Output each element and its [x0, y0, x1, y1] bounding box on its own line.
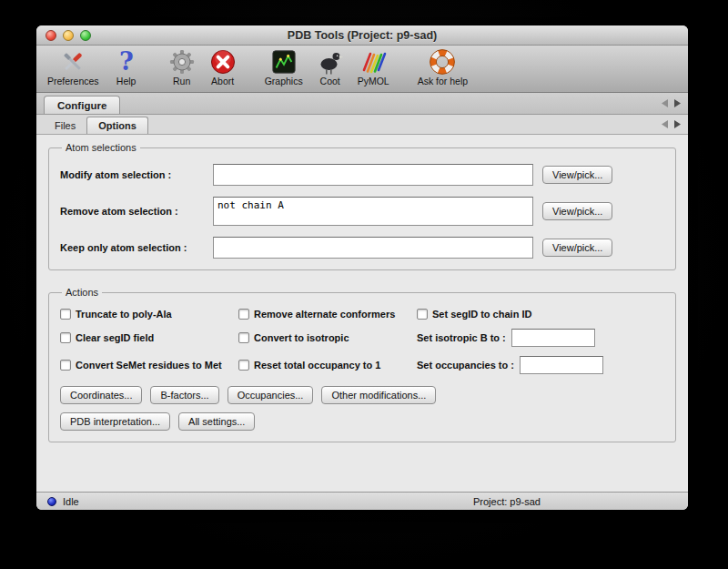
- preferences-tools-icon: [59, 48, 86, 76]
- set-isotropic-b-input[interactable]: [511, 329, 595, 347]
- tab-options[interactable]: Options: [86, 117, 148, 134]
- toolbar-pymol-button[interactable]: PyMOL: [358, 48, 389, 86]
- graphics-molecule-icon: [270, 48, 298, 76]
- tab-options-label: Options: [98, 120, 136, 131]
- toolbar-help-button[interactable]: ? Help: [113, 48, 140, 86]
- toolbar-label: Graphics: [265, 76, 303, 86]
- tab-scroll-right-icon[interactable]: [674, 99, 681, 107]
- toolbar-graphics-button[interactable]: Graphics: [265, 48, 303, 86]
- toolbar-abort-button[interactable]: Abort: [209, 48, 237, 86]
- actions-buttons-row-1: Coordinates... B-factors... Occupancies.…: [60, 386, 664, 404]
- modify-atom-selection-label: Modify atom selection :: [60, 169, 213, 180]
- checkbox-icon[interactable]: [238, 309, 249, 320]
- checkbox-remove-alternate-conformers[interactable]: Remove alternate conformers: [238, 309, 417, 320]
- status-bar: Idle Project: p9-sad: [36, 492, 688, 510]
- occupancies-button[interactable]: Occupancies...: [228, 386, 314, 404]
- atom-selections-group-title: Atom selections: [62, 142, 140, 153]
- checkbox-icon[interactable]: [417, 309, 428, 320]
- lifebuoy-icon: [429, 48, 456, 76]
- remove-viewpick-button[interactable]: View/pick...: [542, 202, 612, 220]
- toolbar-ask-for-help-button[interactable]: Ask for help: [418, 48, 468, 86]
- checkbox-label: Truncate to poly-Ala: [76, 309, 172, 320]
- checkbox-reset-total-occupancy[interactable]: Reset total occupancy to 1: [238, 360, 417, 371]
- sub-tab-bar: Files Options: [36, 115, 688, 135]
- checkbox-label: Convert to isotropic: [254, 332, 349, 343]
- help-question-icon: ?: [113, 48, 140, 76]
- checkbox-icon[interactable]: [60, 309, 71, 320]
- toolbar: Preferences ? Help: [36, 46, 688, 93]
- toolbar-label: Help: [116, 76, 136, 86]
- actions-group: Actions Truncate to poly-Ala Remove alte…: [48, 287, 676, 442]
- checkbox-label: Remove alternate conformers: [254, 309, 395, 320]
- set-isotropic-b-label: Set isotropic B to :: [417, 332, 506, 343]
- project-label: Project: p9-sad: [473, 496, 541, 507]
- all-settings-button[interactable]: All settings...: [178, 412, 255, 431]
- toolbar-label: Preferences: [47, 76, 99, 86]
- keep-only-viewpick-button[interactable]: View/pick...: [542, 239, 612, 257]
- remove-atom-selection-input[interactable]: not chain A: [213, 197, 533, 226]
- run-gear-icon: [168, 48, 196, 76]
- zoom-window-button[interactable]: [80, 30, 91, 41]
- status-indicator-icon: [47, 497, 56, 506]
- checkbox-icon[interactable]: [238, 332, 249, 343]
- checkbox-icon[interactable]: [60, 360, 71, 371]
- modify-atom-selection-input[interactable]: [213, 164, 533, 186]
- title-bar[interactable]: PDB Tools (Project: p9-sad): [36, 25, 688, 46]
- sub-tab-scroll-left-icon[interactable]: [662, 120, 668, 128]
- tab-configure[interactable]: Configure: [44, 96, 120, 114]
- modify-viewpick-button[interactable]: View/pick...: [542, 166, 612, 184]
- checkbox-label: Convert SeMet residues to Met: [76, 360, 222, 371]
- pdb-tools-window: PDB Tools (Project: p9-sad) Preferences …: [36, 25, 688, 510]
- keep-only-atom-selection-input[interactable]: [213, 237, 533, 259]
- toolbar-label: Run: [173, 76, 190, 86]
- pdb-interpretation-button[interactable]: PDB interpretation...: [60, 412, 170, 431]
- main-tab-scroll-controls: [662, 93, 681, 114]
- desktop-background: PDB Tools (Project: p9-sad) Preferences …: [0, 0, 728, 569]
- close-window-button[interactable]: [46, 30, 56, 41]
- checkbox-clear-segid-field[interactable]: Clear segID field: [60, 332, 238, 343]
- sub-tab-scroll-controls: [662, 115, 681, 134]
- toolbar-label: Coot: [320, 76, 340, 86]
- remove-atom-selection-row: Remove atom selection : not chain A View…: [60, 197, 664, 226]
- checkbox-icon[interactable]: [60, 332, 71, 343]
- set-occupancies-input[interactable]: [520, 356, 603, 374]
- checkbox-convert-semet-to-met[interactable]: Convert SeMet residues to Met: [60, 360, 238, 371]
- atom-selections-group: Atom selections Modify atom selection : …: [48, 142, 676, 270]
- svg-text:?: ?: [119, 48, 134, 76]
- toolbar-preferences-button[interactable]: Preferences: [47, 48, 99, 86]
- set-occupancies-field: Set occupancies to :: [417, 356, 664, 374]
- set-isotropic-b-field: Set isotropic B to :: [417, 329, 664, 347]
- window-controls: [46, 25, 91, 45]
- checkbox-convert-to-isotropic[interactable]: Convert to isotropic: [238, 332, 417, 343]
- toolbar-label: PyMOL: [358, 76, 389, 86]
- toolbar-label: Ask for help: [418, 76, 468, 86]
- checkbox-label: Clear segID field: [76, 332, 154, 343]
- actions-grid: Truncate to poly-Ala Remove alternate co…: [60, 309, 664, 374]
- tab-files[interactable]: Files: [44, 117, 86, 134]
- keep-only-atom-selection-row: Keep only atom selection : View/pick...: [60, 237, 664, 259]
- toolbar-coot-button[interactable]: Coot: [317, 48, 344, 86]
- main-tab-bar: Configure: [36, 93, 688, 115]
- keep-only-atom-selection-label: Keep only atom selection :: [60, 242, 213, 253]
- set-occupancies-label: Set occupancies to :: [417, 360, 514, 371]
- b-factors-button[interactable]: B-factors...: [150, 386, 218, 404]
- checkbox-icon[interactable]: [238, 360, 249, 371]
- tab-configure-label: Configure: [57, 100, 106, 111]
- toolbar-label: Abort: [211, 76, 234, 86]
- coot-bird-icon: [317, 48, 344, 76]
- minimize-window-button[interactable]: [63, 30, 74, 41]
- sub-tab-scroll-right-icon[interactable]: [674, 120, 681, 128]
- coordinates-button[interactable]: Coordinates...: [60, 386, 142, 404]
- other-modifications-button[interactable]: Other modifications...: [321, 386, 436, 404]
- options-panel: Atom selections Modify atom selection : …: [36, 135, 688, 492]
- abort-x-icon: [209, 48, 237, 76]
- modify-atom-selection-row: Modify atom selection : View/pick...: [60, 164, 664, 186]
- window-title: PDB Tools (Project: p9-sad): [288, 29, 437, 42]
- actions-group-title: Actions: [62, 287, 102, 298]
- remove-atom-selection-label: Remove atom selection :: [60, 206, 213, 217]
- checkbox-set-segid-to-chain-id[interactable]: Set segID to chain ID: [417, 309, 664, 320]
- checkbox-truncate-poly-ala[interactable]: Truncate to poly-Ala: [60, 309, 238, 320]
- tab-scroll-left-icon[interactable]: [662, 99, 668, 107]
- status-text: Idle: [63, 496, 79, 507]
- toolbar-run-button[interactable]: Run: [168, 48, 196, 86]
